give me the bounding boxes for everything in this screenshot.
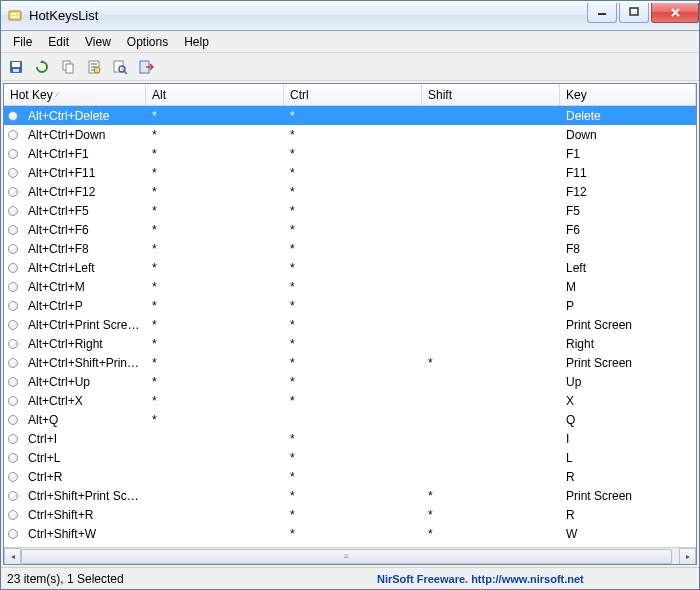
hotkey-icon — [8, 434, 18, 444]
minimize-button[interactable] — [587, 3, 617, 23]
cell-alt: * — [146, 375, 284, 389]
menu-edit[interactable]: Edit — [40, 33, 77, 51]
cell-alt: * — [146, 109, 284, 123]
sort-asc-icon: ∕ — [57, 90, 58, 99]
scroll-right-icon[interactable]: ▸ — [679, 548, 696, 565]
cell-ctrl: * — [284, 128, 422, 142]
hotkey-icon — [8, 206, 18, 216]
hotkey-icon — [8, 396, 18, 406]
cell-key: Print Screen — [560, 489, 696, 503]
cell-hotkey: Alt+Ctrl+P — [22, 299, 146, 313]
svg-rect-4 — [11, 16, 19, 18]
cell-alt: * — [146, 280, 284, 294]
cell-ctrl: * — [284, 318, 422, 332]
window-controls — [585, 3, 699, 25]
cell-alt: * — [146, 299, 284, 313]
table-row[interactable]: Alt+Ctrl+F5**F5 — [4, 201, 696, 220]
cell-ctrl: * — [284, 280, 422, 294]
hotkey-icon — [8, 301, 18, 311]
table-row[interactable]: Alt+Ctrl+F11**F11 — [4, 163, 696, 182]
properties-icon[interactable] — [83, 56, 105, 78]
table-row[interactable]: Ctrl+L*L — [4, 448, 696, 467]
cell-alt: * — [146, 318, 284, 332]
svg-rect-6 — [630, 8, 638, 15]
table-row[interactable]: Alt+Ctrl+X**X — [4, 391, 696, 410]
table-row[interactable]: Alt+Ctrl+Down**Down — [4, 125, 696, 144]
exit-icon[interactable] — [135, 56, 157, 78]
cell-hotkey: Alt+Ctrl+Down — [22, 128, 146, 142]
scroll-track[interactable]: ≡ — [21, 548, 679, 565]
column-headers: Hot Key∕ Alt Ctrl Shift Key — [4, 84, 696, 106]
menu-options[interactable]: Options — [119, 33, 176, 51]
svg-rect-3 — [17, 13, 19, 15]
table-row[interactable]: Alt+Ctrl+Left**Left — [4, 258, 696, 277]
hotkey-icon — [8, 377, 18, 387]
table-row[interactable]: Ctrl+I*I — [4, 429, 696, 448]
cell-hotkey: Alt+Ctrl+F6 — [22, 223, 146, 237]
table-row[interactable]: Alt+Ctrl+F1**F1 — [4, 144, 696, 163]
save-icon[interactable] — [5, 56, 27, 78]
cell-key: F8 — [560, 242, 696, 256]
svg-point-18 — [94, 67, 100, 73]
cell-ctrl: * — [284, 470, 422, 484]
cell-ctrl: * — [284, 527, 422, 541]
svg-rect-1 — [11, 13, 13, 15]
menu-view[interactable]: View — [77, 33, 119, 51]
maximize-button[interactable] — [619, 3, 649, 23]
table-row[interactable]: Alt+Ctrl+F12**F12 — [4, 182, 696, 201]
cell-ctrl: * — [284, 223, 422, 237]
cell-hotkey: Alt+Ctrl+Right — [22, 337, 146, 351]
hotkey-icon — [8, 453, 18, 463]
header-key[interactable]: Key — [560, 84, 696, 105]
menu-help[interactable]: Help — [176, 33, 217, 51]
cell-key: Down — [560, 128, 696, 142]
cell-hotkey: Ctrl+L — [22, 451, 146, 465]
statusbar: 23 item(s), 1 Selected NirSoft Freeware.… — [1, 567, 699, 589]
table-row[interactable]: Alt+Ctrl+Up**Up — [4, 372, 696, 391]
cell-hotkey: Alt+Ctrl+Left — [22, 261, 146, 275]
cell-ctrl: * — [284, 242, 422, 256]
status-link[interactable]: NirSoft Freeware. http://www.nirsoft.net — [377, 573, 584, 585]
cell-alt: * — [146, 147, 284, 161]
copy-icon[interactable] — [57, 56, 79, 78]
table-row[interactable]: Alt+Ctrl+M**M — [4, 277, 696, 296]
close-button[interactable] — [651, 3, 699, 23]
table-row[interactable]: Alt+Ctrl+F8**F8 — [4, 239, 696, 258]
menu-file[interactable]: File — [5, 33, 40, 51]
header-alt[interactable]: Alt — [146, 84, 284, 105]
cell-hotkey: Alt+Ctrl+F8 — [22, 242, 146, 256]
scroll-left-icon[interactable]: ◂ — [4, 548, 21, 565]
header-shift[interactable]: Shift — [422, 84, 560, 105]
horizontal-scrollbar[interactable]: ◂ ≡ ▸ — [4, 547, 696, 564]
cell-key: W — [560, 527, 696, 541]
cell-key: R — [560, 470, 696, 484]
svg-rect-10 — [12, 62, 20, 67]
table-row[interactable]: Alt+Ctrl+P**P — [4, 296, 696, 315]
table-row[interactable]: Alt+Ctrl+Delete**Delete — [4, 106, 696, 125]
table-row[interactable]: Alt+Ctrl+F6**F6 — [4, 220, 696, 239]
header-hotkey-label: Hot Key — [10, 88, 53, 102]
table-row[interactable]: Ctrl+Shift+Print Scr...**Print Screen — [4, 486, 696, 505]
cell-hotkey: Ctrl+Shift+R — [22, 508, 146, 522]
table-row[interactable]: Ctrl+Shift+R**R — [4, 505, 696, 524]
cell-key: Up — [560, 375, 696, 389]
header-ctrl[interactable]: Ctrl — [284, 84, 422, 105]
scroll-thumb[interactable]: ≡ — [21, 549, 672, 564]
table-row[interactable]: Alt+Ctrl+Shift+Print ...***Print Screen — [4, 353, 696, 372]
header-hotkey[interactable]: Hot Key∕ — [4, 84, 146, 105]
table-row[interactable]: Alt+Q*Q — [4, 410, 696, 429]
titlebar[interactable]: HotKeysList — [1, 1, 699, 31]
table-row[interactable]: Ctrl+R*R — [4, 467, 696, 486]
refresh-icon[interactable] — [31, 56, 53, 78]
cell-alt: * — [146, 204, 284, 218]
table-row[interactable]: Ctrl+Shift+W**W — [4, 524, 696, 543]
cell-shift: * — [422, 489, 560, 503]
cell-ctrl: * — [284, 204, 422, 218]
cell-hotkey: Alt+Ctrl+X — [22, 394, 146, 408]
find-icon[interactable] — [109, 56, 131, 78]
cell-key: F5 — [560, 204, 696, 218]
cell-key: Right — [560, 337, 696, 351]
table-row[interactable]: Alt+Ctrl+Print Screen**Print Screen — [4, 315, 696, 334]
table-row[interactable]: Alt+Ctrl+Right**Right — [4, 334, 696, 353]
hotkey-icon — [8, 282, 18, 292]
